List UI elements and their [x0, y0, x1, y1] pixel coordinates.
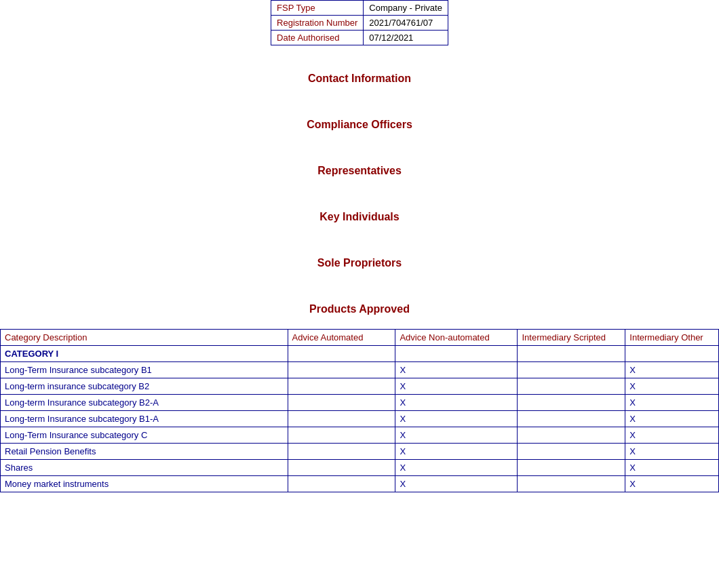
category-header-empty — [395, 346, 518, 362]
product-description: Money market instruments — [1, 476, 288, 492]
intermediary-other-cell: X — [625, 476, 719, 492]
advice-non-automated-cell: X — [395, 444, 518, 460]
products-section: Category Description Advice Automated Ad… — [0, 329, 719, 506]
intermediary-scripted-cell — [518, 427, 625, 444]
info-row: Registration Number2021/704761/07 — [271, 16, 448, 31]
intermediary-other-cell: X — [625, 460, 719, 476]
product-description: Long-term Insurance subcategory B2-A — [1, 395, 288, 411]
intermediary-scripted-cell — [518, 395, 625, 411]
product-row: Long-Term Insurance subcategory B1XX — [1, 362, 719, 378]
product-description: Shares — [1, 460, 288, 476]
x-mark: X — [629, 479, 636, 489]
sole-proprietors-heading: Sole Proprietors — [0, 237, 719, 283]
header-category-description: Category Description — [1, 330, 288, 346]
intermediary-other-cell: X — [625, 362, 719, 378]
product-row: Long-term Insurance subcategory B2-AXX — [1, 395, 719, 411]
advice-non-automated-cell: X — [395, 362, 518, 378]
intermediary-scripted-cell — [518, 378, 625, 395]
advice-automated-cell — [288, 476, 395, 492]
intermediary-other-cell: X — [625, 395, 719, 411]
x-mark: X — [629, 397, 636, 408]
intermediary-scripted-cell — [518, 476, 625, 492]
key-individuals-heading: Key Individuals — [0, 191, 719, 237]
category-header-row: CATEGORY I — [1, 346, 719, 362]
product-row: Retail Pension BenefitsXX — [1, 444, 719, 460]
category-header-empty — [518, 346, 625, 362]
info-label: Date Authorised — [271, 31, 364, 45]
product-row: Money market instrumentsXX — [1, 476, 719, 492]
product-description: Retail Pension Benefits — [1, 444, 288, 460]
header-advice-automated: Advice Automated — [288, 330, 395, 346]
x-mark: X — [629, 414, 636, 424]
x-mark: X — [400, 430, 406, 440]
x-mark: X — [629, 463, 636, 473]
category-header-empty — [288, 346, 395, 362]
x-mark: X — [629, 365, 636, 375]
intermediary-scripted-cell — [518, 444, 625, 460]
info-value: 07/12/2021 — [364, 31, 448, 45]
advice-non-automated-cell: X — [395, 427, 518, 444]
advice-non-automated-cell: X — [395, 460, 518, 476]
product-description: Long-term Insurance subcategory B1-A — [1, 411, 288, 427]
products-approved-heading: Products Approved — [0, 283, 719, 329]
x-mark: X — [400, 381, 406, 391]
advice-non-automated-cell: X — [395, 411, 518, 427]
x-mark: X — [400, 479, 406, 489]
x-mark: X — [629, 446, 636, 456]
header-intermediary-other: Intermediary Other — [625, 330, 719, 346]
product-description: Long-Term Insurance subcategory C — [1, 427, 288, 444]
representatives-heading: Representatives — [0, 144, 719, 191]
intermediary-other-cell: X — [625, 427, 719, 444]
x-mark: X — [400, 397, 406, 408]
advice-automated-cell — [288, 444, 395, 460]
advice-automated-cell — [288, 460, 395, 476]
category-header-empty — [625, 346, 719, 362]
advice-non-automated-cell: X — [395, 378, 518, 395]
product-description: Long-term insurance subcategory B2 — [1, 378, 288, 395]
advice-automated-cell — [288, 378, 395, 395]
product-row: Long-Term Insurance subcategory CXX — [1, 427, 719, 444]
x-mark: X — [400, 446, 406, 456]
info-row: FSP TypeCompany - Private — [271, 1, 448, 16]
category-header-cell: CATEGORY I — [1, 346, 288, 362]
intermediary-other-cell: X — [625, 378, 719, 395]
advice-automated-cell — [288, 362, 395, 378]
x-mark: X — [629, 381, 636, 391]
header-advice-non-automated: Advice Non-automated — [395, 330, 518, 346]
advice-automated-cell — [288, 427, 395, 444]
advice-automated-cell — [288, 411, 395, 427]
product-row: SharesXX — [1, 460, 719, 476]
info-value: 2021/704761/07 — [364, 16, 448, 31]
info-table-wrapper: FSP TypeCompany - PrivateRegistration Nu… — [0, 0, 719, 52]
intermediary-scripted-cell — [518, 362, 625, 378]
compliance-officers-heading: Compliance Officers — [0, 98, 719, 144]
products-table: Category Description Advice Automated Ad… — [0, 329, 719, 492]
advice-automated-cell — [288, 395, 395, 411]
info-value: Company - Private — [364, 1, 448, 16]
info-row: Date Authorised07/12/2021 — [271, 31, 448, 45]
contact-info-heading: Contact Information — [0, 52, 719, 98]
intermediary-other-cell: X — [625, 411, 719, 427]
product-row: Long-term Insurance subcategory B1-AXX — [1, 411, 719, 427]
product-description: Long-Term Insurance subcategory B1 — [1, 362, 288, 378]
fsp-info-table: FSP TypeCompany - PrivateRegistration Nu… — [271, 0, 448, 45]
x-mark: X — [400, 463, 406, 473]
intermediary-other-cell: X — [625, 444, 719, 460]
x-mark: X — [629, 430, 636, 440]
product-row: Long-term insurance subcategory B2XX — [1, 378, 719, 395]
info-label: FSP Type — [271, 1, 364, 16]
advice-non-automated-cell: X — [395, 476, 518, 492]
intermediary-scripted-cell — [518, 460, 625, 476]
header-intermediary-scripted: Intermediary Scripted — [518, 330, 625, 346]
x-mark: X — [400, 365, 406, 375]
intermediary-scripted-cell — [518, 411, 625, 427]
advice-non-automated-cell: X — [395, 395, 518, 411]
x-mark: X — [400, 414, 406, 424]
info-label: Registration Number — [271, 16, 364, 31]
products-table-header-row: Category Description Advice Automated Ad… — [1, 330, 719, 346]
